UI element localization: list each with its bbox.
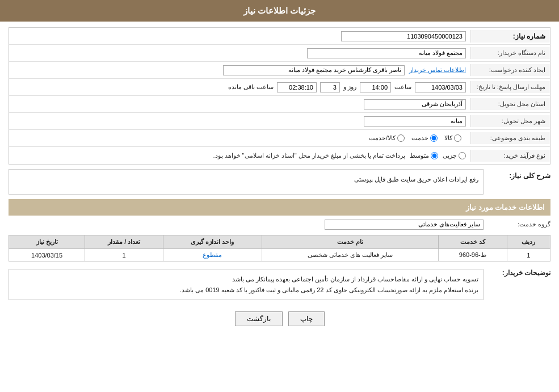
th-code: کد خدمت: [438, 235, 507, 249]
td-row: 1: [507, 249, 550, 262]
label-deadline: مهلت ارسال پاسخ: تا تاریخ:: [470, 81, 550, 93]
label-org: نام دستگاه خریدار:: [470, 47, 550, 59]
buttons-row: چاپ بازگشت: [9, 306, 550, 332]
radio-goods-label: کالا: [444, 134, 452, 142]
value-creator: اطلاعات تماس خریدار: [9, 63, 470, 78]
form-row-creator: ایجاد کننده درخواست: اطلاعات تماس خریدار: [9, 62, 550, 79]
header-title: جزئیات اطلاعات نیاز: [243, 6, 316, 15]
radio-service[interactable]: [430, 134, 438, 142]
radio-item-medium: متوسط: [410, 152, 438, 159]
service-group-row: گروه خدمت:: [9, 218, 550, 230]
radio-medium-label: متوسط: [410, 152, 429, 159]
back-button[interactable]: بازگشت: [235, 311, 283, 326]
form-row-org: نام دستگاه خریدار:: [9, 45, 550, 62]
radio-service-label: خدمت: [411, 134, 428, 142]
radio-minor[interactable]: [459, 152, 466, 159]
value-process: جزیی متوسط پرداخت تمام یا بخشی از مبلغ خ…: [9, 150, 470, 162]
buyer-notes-box: تسویه حساب نهایی و ارائه مفاصاحساب قرارد…: [9, 269, 484, 300]
label-creator: ایجاد کننده درخواست:: [470, 64, 550, 76]
buyer-notes-text2: برنده استعلام ملزم به ارائه صورتحساب الک…: [14, 285, 478, 296]
form-row-province: استان محل تحویل:: [9, 96, 550, 113]
th-date: تاریخ نیاز: [9, 235, 85, 249]
form-row-id: شماره نیاز:: [9, 28, 550, 45]
label-province: استان محل تحویل:: [470, 98, 550, 110]
value-deadline: ساعت روز و ساعت باقی مانده: [9, 80, 470, 95]
form-row-process: نوع فرآیند خرید: جزیی متوسط پرداخت تمام …: [9, 147, 550, 164]
radio-item-service: خدمت: [411, 134, 438, 142]
value-org: [9, 46, 470, 61]
value-id: [9, 29, 470, 44]
page-wrapper: جزئیات اطلاعات نیاز شماره نیاز: نام دستگ…: [0, 0, 559, 392]
th-count: تعداد / مقدار: [85, 235, 163, 249]
td-count: 1: [85, 249, 163, 262]
radio-item-minor: جزیی: [443, 152, 466, 159]
table-header-row: ردیف کد خدمت نام خدمت واحد اندازه گیری ت…: [9, 235, 550, 249]
td-date: 1403/03/15: [9, 249, 85, 262]
buyer-notes-section: توضیحات خریدار: تسویه حساب نهایی و ارائه…: [9, 266, 550, 300]
print-button[interactable]: چاپ: [288, 311, 325, 326]
input-id[interactable]: [341, 31, 466, 41]
value-category: کالا خدمت کالا/خدمت: [9, 130, 470, 146]
radio-minor-label: جزیی: [443, 152, 457, 159]
buyer-notes-text: تسویه حساب نهایی و ارائه مفاصاحساب قرارد…: [14, 274, 478, 285]
td-unit: مقطوع: [163, 249, 262, 262]
buyer-notes-label: توضیحات خریدار:: [488, 266, 550, 277]
value-city: [9, 114, 470, 129]
radio-medium[interactable]: [431, 152, 438, 159]
services-section-header: اطلاعات خدمات مورد نیاز: [9, 199, 550, 216]
page-header: جزئیات اطلاعات نیاز: [0, 0, 559, 22]
radio-both-label: کالا/خدمت: [369, 134, 396, 142]
services-table-section: ردیف کد خدمت نام خدمت واحد اندازه گیری ت…: [9, 235, 550, 262]
radio-item-both: کالا/خدمت: [369, 134, 405, 142]
input-org[interactable]: [307, 48, 466, 58]
form-row-category: طبقه بندی موضوعی: کالا خدمت: [9, 130, 550, 147]
label-time: ساعت: [394, 83, 411, 91]
group-label: گروه خدمت:: [488, 218, 550, 230]
input-deadline-date[interactable]: [415, 82, 466, 92]
th-unit: واحد اندازه گیری: [163, 235, 262, 249]
input-creator[interactable]: [223, 65, 405, 75]
description-label: شرح کلی نیاز:: [488, 169, 550, 180]
radio-item-goods: کالا: [444, 134, 461, 142]
process-note: پرداخت تمام یا بخشی از مبلغ خریداز محل "…: [213, 152, 405, 159]
label-category: طبقه بندی موضوعی:: [470, 132, 550, 144]
value-province: [9, 97, 470, 112]
input-group[interactable]: [325, 220, 484, 230]
radio-goods[interactable]: [454, 134, 461, 142]
form-section: شماره نیاز: نام دستگاه خریدار: ایجاد کنن…: [9, 27, 550, 165]
radio-both[interactable]: [397, 134, 405, 142]
label-city: شهر محل تحویل:: [470, 115, 550, 127]
description-section: شرح کلی نیاز: رفع ایرادات اعلان حریق سای…: [9, 169, 550, 195]
input-days[interactable]: [320, 82, 340, 92]
category-radio-group: کالا خدمت کالا/خدمت: [14, 132, 466, 144]
input-deadline-time[interactable]: [360, 82, 391, 92]
th-name: نام خدمت: [262, 235, 438, 249]
input-city[interactable]: [364, 116, 466, 127]
main-content: شماره نیاز: نام دستگاه خریدار: ایجاد کنن…: [0, 22, 559, 338]
label-days: روز و: [343, 83, 356, 91]
td-code: ط-96-960: [438, 249, 507, 262]
description-text: رفع ایرادات اعلان حریق سایت طبق فایل پیو…: [354, 176, 478, 183]
th-row: ردیف: [507, 235, 550, 249]
description-box: رفع ایرادات اعلان حریق سایت طبق فایل پیو…: [9, 169, 484, 195]
input-province[interactable]: [364, 99, 466, 109]
contact-info-link[interactable]: اطلاعات تماس خریدار: [409, 66, 466, 74]
form-row-city: شهر محل تحویل:: [9, 113, 550, 130]
input-remaining[interactable]: [277, 82, 317, 92]
td-name: سایر فعالیت های خدماتی شخصی: [262, 249, 438, 262]
form-row-deadline: مهلت ارسال پاسخ: تا تاریخ: ساعت روز و سا…: [9, 79, 550, 96]
table-row: 1 ط-96-960 سایر فعالیت های خدماتی شخصی م…: [9, 249, 550, 262]
services-table: ردیف کد خدمت نام خدمت واحد اندازه گیری ت…: [9, 235, 550, 262]
label-process: نوع فرآیند خرید:: [470, 150, 550, 162]
label-id: شماره نیاز:: [470, 30, 550, 43]
label-remaining: ساعت باقی مانده: [228, 83, 274, 91]
